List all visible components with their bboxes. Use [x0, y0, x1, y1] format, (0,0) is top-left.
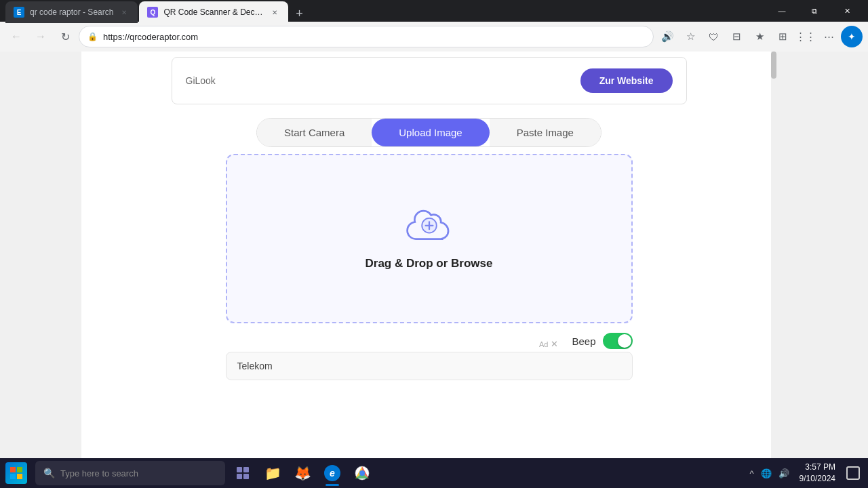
tab-search[interactable]: E qr code raptor - Search ✕ — [5, 1, 138, 23]
main-content: GiLook Zur Website Start Camera Upload I… — [81, 52, 776, 488]
systray-network[interactable]: 🌐 — [759, 468, 774, 479]
favorites-button[interactable]: ☆ — [679, 26, 701, 47]
bottom-ad-text: Telekom — [237, 361, 273, 371]
svg-rect-4 — [17, 467, 22, 472]
chrome-icon — [354, 465, 370, 481]
window-controls: — ⧉ ✕ — [766, 0, 863, 22]
sidebar-left — [0, 52, 81, 488]
ad-banner: GiLook Zur Website — [172, 57, 687, 104]
start-button[interactable] — [0, 458, 33, 488]
toolbar-icons: 🔊 ☆ 🛡 ⊟ ★ ⊞ ⋮⋮ ⋯ ✦ — [656, 26, 863, 47]
tab-search-title: qr code raptor - Search — [30, 7, 113, 17]
clock-time: 3:57 PM — [800, 462, 835, 473]
title-bar: E qr code raptor - Search ✕ Q QR Code Sc… — [0, 0, 868, 22]
svg-point-13 — [359, 470, 365, 476]
svg-rect-5 — [10, 474, 16, 479]
edge-icon: e — [324, 465, 340, 481]
close-button[interactable]: ✕ — [831, 0, 863, 22]
taskbar-search-icon: 🔍 — [43, 468, 55, 479]
ad-brand-text: GiLook — [186, 75, 216, 86]
svg-rect-7 — [237, 467, 242, 472]
drop-zone-text: Drag & Drop or Browse — [366, 257, 493, 270]
bottom-ad: Telekom — [226, 352, 633, 380]
minimize-button[interactable]: — — [766, 0, 797, 22]
taskbar-search-placeholder: Type here to search — [60, 468, 138, 479]
forward-button[interactable]: → — [30, 26, 52, 47]
maximize-button[interactable]: ⧉ — [799, 0, 830, 22]
taskbar-task-view[interactable] — [228, 458, 258, 488]
url-text: https://qrcoderaptor.com — [103, 32, 645, 42]
file-explorer-icon: 📁 — [264, 465, 281, 481]
svg-rect-8 — [243, 467, 249, 472]
address-bar: ← → ↻ 🔒 https://qrcoderaptor.com 🔊 ☆ 🛡 ⊟… — [0, 22, 868, 52]
taskbar: 🔍 Type here to search 📁 🦊 e — [0, 458, 868, 488]
tab-search-close[interactable]: ✕ — [119, 7, 130, 18]
read-aloud-button[interactable]: 🔊 — [656, 26, 678, 47]
svg-rect-9 — [237, 474, 242, 479]
taskbar-firefox[interactable]: 🦊 — [288, 458, 317, 488]
svg-rect-6 — [17, 474, 22, 479]
notification-icon — [846, 466, 860, 480]
lock-icon: 🔒 — [87, 32, 98, 41]
systray-volume[interactable]: 🔊 — [776, 468, 791, 479]
systray-clock[interactable]: 3:57 PM 9/10/2024 — [794, 462, 841, 485]
ad-label: Ad ✕ — [539, 339, 558, 349]
paste-image-tab[interactable]: Paste Image — [490, 119, 601, 146]
scroll-track[interactable] — [771, 52, 776, 488]
windows-logo — [5, 462, 27, 484]
copilot-button[interactable]: ✦ — [841, 26, 863, 47]
scroll-thumb[interactable] — [771, 52, 776, 79]
task-view-icon — [235, 465, 251, 481]
toggle-knob — [618, 334, 631, 348]
start-camera-tab[interactable]: Start Camera — [257, 119, 372, 146]
firefox-icon: 🦊 — [294, 465, 311, 481]
windows-logo-icon — [10, 467, 22, 479]
ad-label-text: Ad — [539, 340, 548, 348]
browser-window: E qr code raptor - Search ✕ Q QR Code Sc… — [0, 0, 868, 52]
ad-close-icon[interactable]: ✕ — [551, 339, 558, 349]
tab-qr-scanner[interactable]: Q QR Code Scanner & Decoder - O... ✕ — [139, 1, 288, 23]
back-button[interactable]: ← — [5, 26, 27, 47]
favorites-bar-button[interactable]: ★ — [749, 26, 770, 47]
tab-qr-scanner-close[interactable]: ✕ — [269, 7, 280, 18]
svg-rect-10 — [243, 474, 249, 479]
beep-toggle[interactable] — [603, 333, 633, 349]
browser-essentials-button[interactable]: 🛡 — [703, 26, 724, 47]
url-bar[interactable]: 🔒 https://qrcoderaptor.com — [79, 26, 654, 47]
taskbar-chrome[interactable] — [347, 458, 377, 488]
svg-rect-3 — [10, 467, 16, 472]
scanner-tabs: Start Camera Upload Image Paste Image — [256, 118, 601, 147]
collections-button[interactable]: ⊞ — [772, 26, 793, 47]
taskbar-search[interactable]: 🔍 Type here to search — [35, 461, 225, 485]
taskbar-edge[interactable]: e — [317, 458, 347, 488]
tab-qr-scanner-title: QR Code Scanner & Decoder - O... — [163, 7, 264, 17]
refresh-button[interactable]: ↻ — [54, 26, 76, 47]
notification-center[interactable] — [844, 458, 863, 488]
settings-more-button[interactable]: ⋯ — [818, 26, 840, 47]
page-wrapper: GiLook Zur Website Start Camera Upload I… — [0, 52, 868, 488]
split-screen-button[interactable]: ⊟ — [726, 26, 747, 47]
systray-chevron[interactable]: ^ — [748, 468, 756, 479]
beep-label: Beep — [572, 336, 595, 347]
sidebar-right: ANY RUN — [776, 52, 868, 488]
upload-image-tab[interactable]: Upload Image — [372, 119, 489, 146]
cloud-upload-icon — [405, 207, 454, 247]
ad-cta-button[interactable]: Zur Website — [580, 68, 673, 93]
clock-date: 9/10/2024 — [800, 473, 835, 485]
new-tab-button[interactable]: + — [290, 4, 309, 23]
taskbar-file-explorer[interactable]: 📁 — [258, 458, 288, 488]
systray: ^ 🌐 🔊 3:57 PM 9/10/2024 — [748, 458, 869, 488]
drop-zone[interactable]: Drag & Drop or Browse — [226, 154, 633, 323]
extensions-button[interactable]: ⋮⋮ — [795, 26, 816, 47]
